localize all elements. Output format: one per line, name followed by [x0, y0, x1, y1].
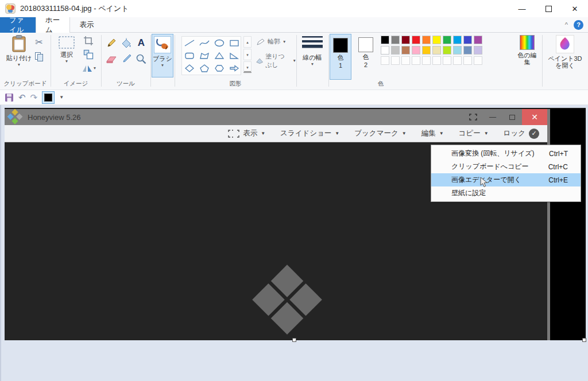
rotate-button[interactable]: ▼	[80, 63, 98, 74]
cut-button[interactable]: ✂	[33, 36, 45, 48]
hv-menu-slideshow[interactable]: スライドショー▼	[280, 129, 339, 138]
hv-menu-bookmark[interactable]: ブックマーク▼	[354, 129, 406, 138]
palette-swatch[interactable]	[432, 46, 441, 55]
fill-tool[interactable]	[121, 37, 132, 49]
color1-button[interactable]: 色 1	[330, 34, 351, 80]
palette-swatch[interactable]	[463, 46, 472, 55]
outline-dropdown[interactable]: 輪郭▼	[256, 37, 286, 46]
color2-button[interactable]: 色 2	[355, 34, 377, 80]
crop-button[interactable]	[83, 35, 94, 46]
palette-swatch[interactable]	[443, 36, 451, 44]
save-button[interactable]	[5, 93, 14, 102]
qat-color-swatch[interactable]	[42, 91, 55, 104]
brush-button[interactable]: ブラシ ▼	[152, 34, 173, 77]
palette-swatch[interactable]	[401, 46, 410, 55]
palette-swatch[interactable]	[474, 36, 482, 44]
copy-button[interactable]	[33, 51, 45, 63]
shape-polygon[interactable]	[197, 49, 212, 62]
select-button[interactable]: 選択 ▼	[54, 36, 79, 63]
context-item-open-in-image-editor[interactable]: 画像エディターで開くCtrl+E	[431, 173, 581, 186]
palette-swatch[interactable]	[381, 36, 389, 44]
palette-swatch[interactable]	[412, 46, 420, 55]
shapes-grid	[181, 36, 241, 75]
palette-swatch[interactable]	[474, 46, 482, 55]
palette-swatch-empty[interactable]	[474, 56, 482, 65]
tab-file[interactable]: ファイル	[0, 17, 36, 33]
palette-swatch-empty[interactable]	[432, 56, 441, 65]
palette-swatch[interactable]	[422, 46, 431, 55]
hv-fullscreen-button[interactable]	[463, 109, 483, 125]
minimize-button[interactable]: —	[509, 0, 535, 17]
hv-maximize-button[interactable]	[502, 109, 522, 125]
undo-button[interactable]: ↶	[18, 93, 26, 102]
shape-line[interactable]	[182, 37, 197, 49]
tab-home[interactable]: ホーム	[36, 17, 70, 33]
hv-menu-lock[interactable]: ロック✓	[504, 129, 539, 139]
shape-hexagon[interactable]	[212, 62, 227, 75]
palette-swatch-empty[interactable]	[391, 56, 400, 65]
palette-swatch-empty[interactable]	[401, 56, 410, 65]
selection-frame-icon	[228, 130, 239, 138]
palette-swatch[interactable]	[432, 36, 441, 44]
palette-swatch-empty[interactable]	[422, 56, 431, 65]
pencil-tool[interactable]	[106, 37, 117, 49]
close-button[interactable]: ✕	[562, 0, 588, 17]
shape-right-triangle[interactable]	[227, 49, 242, 62]
resize-button[interactable]	[83, 49, 94, 60]
redo-button[interactable]: ↷	[30, 93, 38, 102]
palette-swatch-empty[interactable]	[443, 56, 451, 65]
qat-customize-arrow-icon[interactable]: ▼	[59, 96, 64, 99]
maximize-button[interactable]	[535, 0, 562, 17]
shape-ellipse[interactable]	[212, 37, 227, 49]
shape-pentagon[interactable]	[197, 62, 212, 75]
tab-view[interactable]: 表示	[70, 17, 103, 33]
palette-swatch[interactable]	[443, 46, 451, 55]
canvas-resize-handle-bottom[interactable]	[292, 338, 296, 342]
magnifier-tool[interactable]	[136, 53, 147, 65]
scroll-up-icon[interactable]: ▴	[243, 36, 252, 48]
hv-menu-copy[interactable]: コピー▼	[459, 129, 489, 138]
palette-swatch-empty[interactable]	[453, 56, 462, 65]
canvas-resize-handle-corner[interactable]	[582, 338, 586, 342]
color-picker-tool[interactable]	[121, 53, 132, 65]
shape-curve[interactable]	[197, 37, 212, 49]
palette-swatch-empty[interactable]	[463, 56, 472, 65]
eraser-tool[interactable]	[106, 53, 117, 65]
context-item-copy-to-clipboard[interactable]: クリップボードへコピーCtrl+C	[431, 160, 581, 173]
shape-diamond[interactable]	[182, 62, 197, 75]
palette-swatch-empty[interactable]	[381, 56, 389, 65]
fill-dropdown[interactable]: 塗りつぶし▼	[256, 52, 296, 69]
hv-minimize-button[interactable]: —	[483, 109, 502, 125]
edit-colors-button[interactable]: 色の編集	[514, 35, 540, 65]
shape-rounded-rectangle[interactable]	[182, 49, 197, 62]
palette-swatch[interactable]	[391, 36, 400, 44]
shape-arrow-right[interactable]	[227, 62, 242, 75]
collapse-ribbon-icon[interactable]: ^	[565, 21, 568, 28]
palette-swatch[interactable]	[401, 36, 410, 44]
context-item-set-as-wallpaper[interactable]: 壁紙に設定	[431, 186, 581, 200]
palette-swatch[interactable]	[391, 46, 400, 55]
context-item-shortcut: Ctrl+E	[548, 176, 568, 184]
palette-swatch[interactable]	[381, 46, 389, 55]
palette-swatch[interactable]	[422, 36, 431, 44]
text-tool[interactable]: A	[136, 37, 147, 49]
hv-menu-view[interactable]: 表示▼	[228, 129, 265, 138]
scroll-more-icon[interactable]: ▾	[243, 61, 252, 73]
open-paint3d-button[interactable]: ペイント3Dを開く	[547, 35, 583, 69]
shapes-scrollbar[interactable]: ▴ ▾ ▾	[243, 36, 252, 73]
canvas-image[interactable]: Honeyview 5.26 — ✕ 表示▼スライドショー▼ブックマーク▼編集▼…	[5, 108, 586, 340]
shape-rectangle[interactable]	[227, 37, 242, 49]
line-width-button[interactable]: 線の幅 ▼	[300, 35, 325, 66]
help-icon[interactable]: ?	[574, 20, 583, 30]
context-item-transform-image[interactable]: 画像変換 (回転、リサイズ)Ctrl+T	[431, 147, 581, 160]
palette-swatch[interactable]	[453, 36, 462, 44]
scroll-down-icon[interactable]: ▾	[243, 49, 252, 60]
palette-swatch[interactable]	[453, 46, 462, 55]
palette-swatch[interactable]	[412, 36, 420, 44]
palette-swatch-empty[interactable]	[412, 56, 420, 65]
hv-close-button[interactable]: ✕	[522, 109, 547, 125]
hv-menu-edit[interactable]: 編集▼	[421, 129, 444, 138]
palette-swatch[interactable]	[463, 36, 472, 44]
shape-triangle[interactable]	[212, 49, 227, 62]
paste-button[interactable]: 貼り付け ▼	[5, 34, 33, 67]
